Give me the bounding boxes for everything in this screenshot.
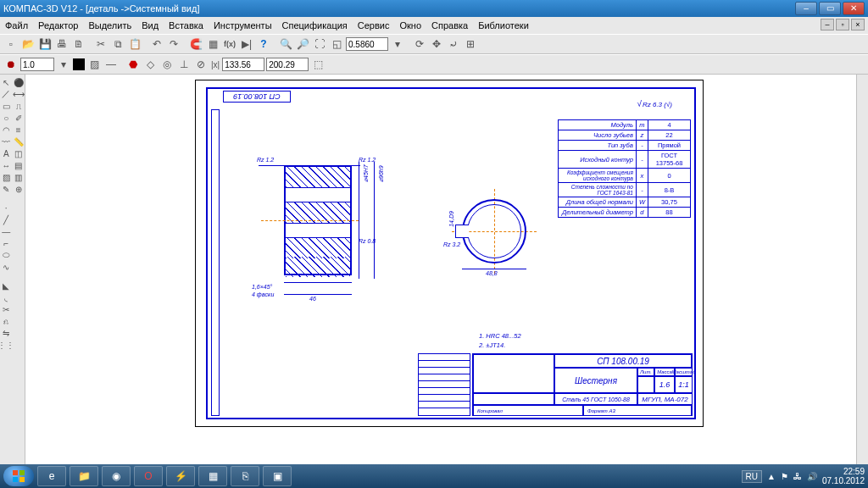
help-icon[interactable]: ? <box>256 36 271 52</box>
line-tool-icon[interactable]: ／ <box>0 88 12 100</box>
coord-x-input[interactable] <box>222 58 264 71</box>
array-icon[interactable]: ⋮⋮ <box>0 339 12 351</box>
task-explorer-icon[interactable]: 📁 <box>70 466 98 486</box>
designate-group-icon[interactable]: ⎍ <box>13 100 25 112</box>
break-icon[interactable]: ⎌ <box>0 315 12 327</box>
snap-mid-icon[interactable]: ◇ <box>142 57 158 72</box>
redo-icon[interactable]: ↷ <box>166 36 181 52</box>
hatch-tool-icon[interactable]: ▨ <box>0 171 12 183</box>
snap-icon[interactable]: 🧲 <box>188 36 203 52</box>
dim-tool-icon[interactable]: ↔ <box>0 159 12 171</box>
open-file-icon[interactable]: 📂 <box>20 36 36 52</box>
polyline-icon[interactable]: ⌐ <box>0 237 12 249</box>
trim-icon[interactable]: ✂ <box>0 303 12 315</box>
color-icon[interactable] <box>73 58 85 70</box>
lang-indicator[interactable]: RU <box>742 470 762 483</box>
spec-group-icon[interactable]: ▤ <box>13 159 25 171</box>
copy-icon[interactable]: ⧉ <box>110 36 125 52</box>
menu-insert[interactable]: Вставка <box>169 20 203 30</box>
paste-icon[interactable]: 📋 <box>127 36 142 52</box>
rect-tool-icon[interactable]: ▭ <box>0 100 12 112</box>
edit-tool-icon[interactable]: ✎ <box>0 183 12 195</box>
pan-icon[interactable]: ✥ <box>429 36 444 52</box>
task-chrome-icon[interactable]: ◉ <box>102 466 131 486</box>
stop-icon[interactable]: ⏺ <box>3 57 19 72</box>
dropdown-icon[interactable]: ▾ <box>390 36 405 52</box>
maximize-button[interactable]: ▭ <box>819 2 841 15</box>
menu-editor[interactable]: Редактор <box>38 20 78 30</box>
grid-icon[interactable]: ▦ <box>205 36 220 52</box>
point-tool-icon[interactable]: · <box>0 202 12 214</box>
snap-tan-icon[interactable]: ⊘ <box>193 57 209 72</box>
cut-icon[interactable]: ✂ <box>93 36 108 52</box>
task-opera-icon[interactable]: O <box>134 466 163 486</box>
dropdown2-icon[interactable]: ▾ <box>56 57 71 72</box>
menu-file[interactable]: Файл <box>5 20 28 30</box>
mdi-minimize[interactable]: – <box>821 19 834 30</box>
snap-center-icon[interactable]: ◎ <box>159 57 175 72</box>
canvas[interactable]: СП 108.00.19 Rz 6.3 (√) Модульm4 Число з… <box>25 75 856 464</box>
bezier-icon[interactable]: ∿ <box>0 261 12 273</box>
tray-shield-icon[interactable]: ⚑ <box>781 472 788 481</box>
menu-help[interactable]: Справка <box>431 20 468 30</box>
snap-end-icon[interactable]: ⬣ <box>125 57 141 72</box>
print-icon[interactable]: 🖶 <box>54 36 70 52</box>
tray-icon[interactable]: ▲ <box>767 472 776 481</box>
insert-group-icon[interactable]: ⊕ <box>13 183 25 195</box>
menu-select[interactable]: Выделить <box>88 20 131 30</box>
coord-lock-icon[interactable]: ⬚ <box>310 57 326 72</box>
preview-icon[interactable]: 🗎 <box>71 36 86 52</box>
segment-icon[interactable]: — <box>0 225 12 237</box>
menu-service[interactable]: Сервис <box>358 20 390 30</box>
mirror-icon[interactable]: ⇋ <box>0 327 12 339</box>
task-app2-icon[interactable]: ⎘ <box>231 466 259 486</box>
menu-libs[interactable]: Библиотеки <box>478 20 529 30</box>
circle-tool-icon[interactable]: ○ <box>0 112 12 124</box>
fillet-icon[interactable]: ◟ <box>0 291 12 303</box>
new-file-icon[interactable]: ▫ <box>3 36 19 52</box>
zoom-out-icon[interactable]: 🔎 <box>295 36 310 52</box>
zoom-in-icon[interactable]: 🔍 <box>278 36 293 52</box>
mdi-restore[interactable]: ▫ <box>836 19 849 30</box>
geom-group-icon[interactable]: ⚫ <box>13 76 25 88</box>
select-group-icon[interactable]: ◫ <box>13 147 25 159</box>
toggle-icon[interactable]: ▶| <box>239 36 254 52</box>
clock[interactable]: 22:59 07.10.2012 <box>822 467 865 485</box>
menu-spec[interactable]: Спецификация <box>282 20 348 30</box>
start-button[interactable] <box>3 466 34 486</box>
aux-line-icon[interactable]: ╱ <box>0 214 12 225</box>
save-icon[interactable]: 💾 <box>37 36 53 52</box>
tray-network-icon[interactable]: 🖧 <box>793 472 802 481</box>
zoom-area-icon[interactable]: ◱ <box>329 36 344 52</box>
task-winamp-icon[interactable]: ⚡ <box>166 466 195 486</box>
scrollbar-vertical[interactable] <box>856 75 868 464</box>
dim-group-icon[interactable]: ⟷ <box>13 88 25 100</box>
arc-tool-icon[interactable]: ◠ <box>0 124 12 136</box>
measure-group-icon[interactable]: 📏 <box>13 136 25 147</box>
menu-window[interactable]: Окно <box>399 20 421 30</box>
minimize-button[interactable]: – <box>795 2 817 15</box>
text-tool-icon[interactable]: A <box>0 147 12 159</box>
refresh-icon[interactable]: ⟳ <box>412 36 427 52</box>
ellipse-icon[interactable]: ⬭ <box>0 249 12 261</box>
rotate-icon[interactable]: ⤾ <box>446 36 461 52</box>
undo-icon[interactable]: ↶ <box>149 36 164 52</box>
linetype-icon[interactable]: — <box>103 57 119 72</box>
menu-view[interactable]: Вид <box>142 20 159 30</box>
param-group-icon[interactable]: ≡ <box>13 124 25 136</box>
zoom-fit-icon[interactable]: ⛶ <box>312 36 327 52</box>
chamfer-icon[interactable]: ◣ <box>0 280 12 291</box>
select-tool-icon[interactable]: ↖ <box>0 76 12 88</box>
task-kompas-icon[interactable]: ▣ <box>263 466 292 486</box>
spline-tool-icon[interactable]: 〰 <box>0 136 12 147</box>
task-ie-icon[interactable]: e <box>37 466 66 486</box>
line-scale-input[interactable] <box>20 58 54 71</box>
zoom-value-input[interactable] <box>346 37 388 51</box>
mdi-close[interactable]: × <box>851 19 865 30</box>
edit-group-icon[interactable]: ✐ <box>13 112 25 124</box>
coord-y-input[interactable] <box>266 58 309 71</box>
tray-sound-icon[interactable]: 🔊 <box>807 472 817 481</box>
menu-tools[interactable]: Инструменты <box>214 20 272 30</box>
fx-icon[interactable]: f(x) <box>222 36 237 52</box>
close-button[interactable]: ✕ <box>843 2 865 15</box>
